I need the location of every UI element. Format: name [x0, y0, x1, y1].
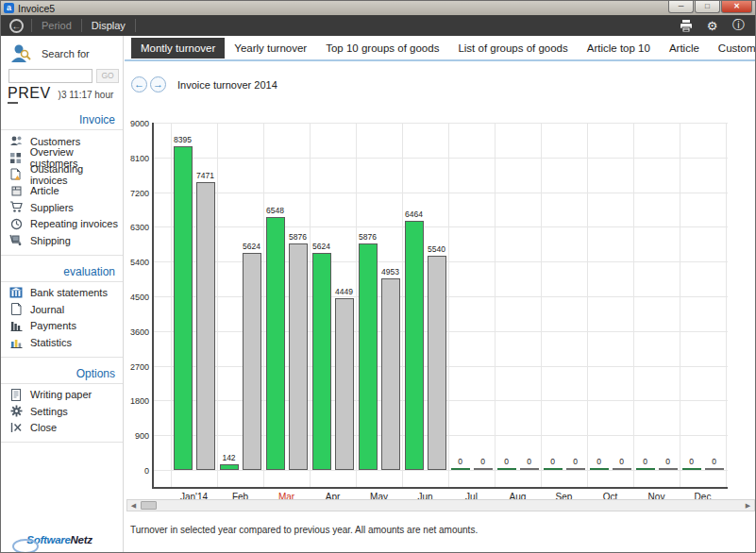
menu-period[interactable]: Period — [40, 20, 74, 31]
current-year-bar-aug[interactable] — [497, 468, 516, 471]
toolbar-separator — [81, 19, 82, 32]
sidebar-item-statistics[interactable]: Statistics — [1, 334, 123, 351]
customers-icon — [9, 135, 23, 148]
footer-note: Turnover in selected year compared to pr… — [130, 525, 478, 535]
person-search-icon — [8, 42, 33, 66]
sidebar-item-shipping[interactable]: Shipping — [1, 232, 123, 249]
sidebar-item-suppliers[interactable]: Suppliers — [1, 199, 123, 216]
previous-year-bar-jul[interactable] — [474, 468, 493, 471]
overview-customers-icon — [9, 151, 23, 164]
scroll-right-arrow-icon[interactable]: ▶ — [742, 500, 754, 511]
gridline-vertical — [263, 123, 264, 487]
sidebar-item-label: Payments — [30, 320, 76, 331]
settings-gear-icon[interactable]: ⚙ — [705, 19, 719, 33]
sidebar: Search for GO PREV )3 11:17 hour Invoice… — [1, 36, 124, 552]
settings-icon — [9, 405, 23, 418]
current-year-bar-oct[interactable] — [590, 468, 609, 471]
sidebar-item-settings[interactable]: Settings — [1, 403, 123, 420]
repeating-invoices-icon — [9, 217, 23, 230]
current-year-bar-feb[interactable] — [220, 464, 239, 470]
app-icon: a — [4, 3, 14, 13]
logo-text-netz: Netz — [71, 534, 92, 545]
y-axis-tick-label: 0 — [126, 466, 149, 476]
suppliers-icon — [9, 201, 23, 214]
statistics-icon — [9, 336, 23, 349]
current-year-bar-may[interactable] — [359, 243, 378, 470]
go-button[interactable]: GO — [96, 69, 119, 83]
section-header-evaluation: evaluation — [1, 265, 123, 278]
y-axis-tick-label: 8100 — [126, 154, 149, 163]
bank-statements-icon — [9, 286, 23, 299]
previous-year-bar-nov[interactable] — [659, 468, 678, 471]
current-year-bar-sep[interactable] — [544, 468, 563, 471]
y-axis-line — [152, 123, 154, 487]
window-controls: ─ □ ✕ — [667, 1, 752, 13]
bar-value-label: 4449 — [328, 287, 361, 296]
sidebar-item-repeating-invoices[interactable]: Repeating invoices — [1, 216, 123, 233]
previous-year-bar-may[interactable] — [381, 278, 400, 470]
maximize-button[interactable]: □ — [695, 1, 720, 13]
previous-year-bar-jun[interactable] — [428, 256, 446, 470]
previous-year-bar-dec[interactable] — [705, 468, 724, 471]
tab-article-top-10[interactable]: Article top 10 — [578, 38, 660, 59]
close-window-button[interactable]: ✕ — [721, 1, 752, 13]
current-year-bar-nov[interactable] — [636, 468, 655, 471]
current-year-bar-jun[interactable] — [405, 221, 424, 470]
sidebar-item-bank-statements[interactable]: Bank statements — [1, 285, 123, 302]
logo-arc-decoration — [12, 539, 39, 553]
sidebar-item-label: Repeating invoices — [30, 218, 118, 229]
tab-top-10-groups-of-goods[interactable]: Top 10 groups of goods — [316, 38, 448, 59]
sidebar-item-label: Customers — [30, 136, 80, 147]
search-input[interactable] — [8, 69, 92, 83]
menu-display[interactable]: Display — [90, 20, 127, 31]
gridline-vertical — [726, 123, 727, 487]
sidebar-item-oustanding-invoices[interactable]: Oustanding invoices — [1, 166, 123, 183]
gridline-vertical — [587, 123, 588, 487]
previous-year-arrow-icon[interactable]: ← — [131, 76, 147, 92]
chart-nav-row: ← → Invoice turnover 2014 — [131, 76, 277, 92]
previous-year-bar-sep[interactable] — [566, 468, 585, 471]
tab-montly-turnover[interactable]: Montly turnover — [131, 38, 225, 59]
sidebar-item-label: Close — [30, 422, 57, 433]
scroll-left-arrow-icon[interactable]: ◀ — [127, 500, 140, 511]
bar-value-label: 5876 — [281, 232, 315, 242]
sidebar-item-close[interactable]: Close — [1, 420, 123, 437]
gridline-vertical — [633, 123, 634, 487]
tab-list-of-groups-of-goods[interactable]: List of groups of goods — [448, 38, 577, 59]
current-year-bar-dec[interactable] — [682, 468, 701, 471]
search-label: Search for — [42, 48, 90, 59]
bar-value-label: 4953 — [374, 267, 408, 276]
previous-year-bar-apr[interactable] — [335, 298, 354, 470]
toolbar-separator — [135, 19, 136, 32]
shipping-icon — [9, 234, 23, 247]
horizontal-scrollbar[interactable]: ◀ ▶ — [126, 499, 755, 511]
sidebar-item-journal[interactable]: Journal — [1, 301, 123, 318]
info-icon[interactable]: ⓘ — [731, 19, 746, 33]
previous-year-bar-aug[interactable] — [520, 468, 539, 471]
minimize-button[interactable]: ─ — [668, 1, 694, 13]
previous-year-bar-mar[interactable] — [289, 243, 308, 470]
sidebar-item-label: Settings — [30, 406, 68, 417]
tab-yearly-turnover[interactable]: Yearly turnover — [225, 38, 316, 59]
current-year-bar-mar[interactable] — [266, 217, 285, 470]
previous-year-bar-jan14[interactable] — [196, 182, 215, 470]
scrollbar-thumb[interactable] — [141, 501, 157, 510]
previous-year-bar-oct[interactable] — [613, 468, 631, 471]
tab-article[interactable]: Article — [660, 38, 709, 59]
sidebar-item-writing-paper[interactable]: Writing paper — [1, 387, 123, 404]
sidebar-item-label: Suppliers — [30, 202, 74, 213]
sidebar-item-payments[interactable]: Payments — [1, 318, 123, 335]
back-arrow-icon[interactable]: ← — [9, 19, 24, 33]
previous-year-bar-feb[interactable] — [243, 253, 261, 470]
sidebar-item-label: Journal — [30, 304, 64, 315]
bar-value-label: 5876 — [351, 232, 385, 242]
gridline-vertical — [402, 123, 403, 487]
printer-icon[interactable] — [679, 19, 693, 33]
current-year-bar-jan14[interactable] — [174, 146, 193, 470]
toolbar: ← Period Display ⚙ ⓘ — [1, 15, 755, 36]
next-year-arrow-icon[interactable]: → — [150, 76, 166, 92]
bar-value-label: 5624 — [305, 242, 339, 251]
current-year-bar-jul[interactable] — [451, 468, 470, 471]
current-year-bar-apr[interactable] — [312, 253, 331, 470]
tab-customers[interactable]: Customers — [709, 38, 756, 59]
